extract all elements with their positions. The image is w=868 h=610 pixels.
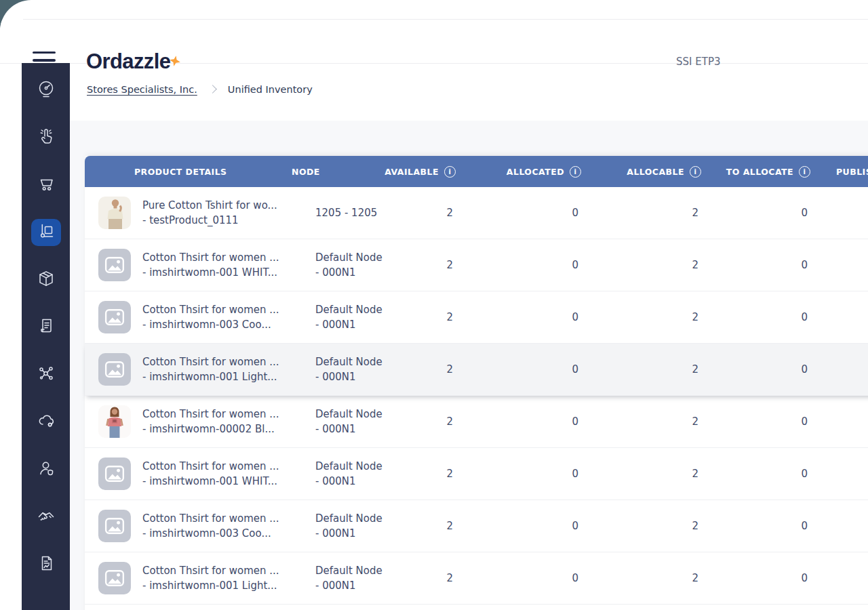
- breadcrumb-chevron-icon: [208, 85, 217, 94]
- node-code: - 000N1: [315, 369, 397, 384]
- available-value: 2: [397, 520, 461, 532]
- product-sku: - imshirtwomn-001 Light...: [142, 578, 309, 593]
- to-allocate-value: 0: [707, 259, 816, 271]
- product-thumbnail: [98, 458, 131, 490]
- sidebar-item-network[interactable]: [31, 361, 61, 388]
- handtruck-icon: [37, 222, 56, 243]
- report-icon: [37, 554, 56, 575]
- node-cell: Default Node - 000N1: [309, 302, 397, 332]
- info-icon[interactable]: i: [444, 166, 456, 178]
- environment-label: SSI ETP3: [676, 56, 720, 68]
- node-code: - 000N1: [315, 474, 397, 489]
- inventory-table: PRODUCT DETAILS NODE AVAILABLEi ALLOCATE…: [85, 156, 868, 610]
- info-icon[interactable]: i: [799, 166, 810, 178]
- available-value: 2: [397, 207, 461, 219]
- column-header-to-allocate: TO ALLOCATEi: [707, 166, 816, 178]
- node-name: Default Node: [315, 459, 397, 474]
- sidebar-item-user-security[interactable]: [31, 456, 61, 483]
- allocable-value: 2: [587, 415, 707, 428]
- node-cell: Default Node - 000N1: [309, 563, 397, 593]
- handshake-icon: [37, 506, 56, 528]
- product-name: Cotton Thsirt for women ...: [142, 354, 309, 369]
- app-logo[interactable]: Ordazzle: [86, 49, 170, 74]
- logo-text: Ordazzle: [86, 49, 170, 73]
- to-allocate-value: 0: [707, 311, 816, 323]
- table-row[interactable]: Cotton Thsirt for women ... - imshirtwom…: [85, 291, 868, 344]
- allocated-value: 0: [461, 520, 587, 532]
- node-name: Default Node: [315, 354, 397, 369]
- table-row[interactable]: Cotton Thsirt for women ... - imshirtwom…: [85, 344, 868, 396]
- product-name: Cotton Thsirt for women ...: [142, 250, 309, 265]
- product-sku: - imshirtwomn-00002 Bl...: [142, 422, 309, 436]
- column-header-node: NODE: [292, 167, 397, 177]
- package-icon: [37, 269, 56, 291]
- node-cell: Default Node - 000N1: [309, 250, 397, 280]
- node-name: Default Node: [315, 511, 397, 526]
- sidebar-item-reports[interactable]: [31, 551, 61, 578]
- logo-sparkle-icon: [170, 47, 180, 72]
- product-name: Cotton Thsirt for women ...: [142, 302, 309, 317]
- product-details-cell: Cotton Thsirt for women ... - imshirtwom…: [142, 511, 309, 541]
- available-value: 2: [397, 415, 461, 428]
- product-sku: - imshirtwomn-001 WHIT...: [142, 265, 309, 280]
- product-thumbnail: [98, 197, 131, 229]
- node-code: - 000N1: [315, 317, 397, 332]
- sidebar-item-inventory[interactable]: [31, 219, 61, 246]
- sidebar-item-tap[interactable]: [31, 124, 61, 151]
- node-name: Default Node: [315, 302, 397, 317]
- allocated-value: 0: [461, 363, 587, 375]
- allocated-value: 0: [461, 311, 587, 323]
- product-name: Cotton Thsirt for women ...: [142, 511, 309, 526]
- node-name: Default Node: [315, 563, 397, 578]
- sidebar-item-cart[interactable]: [31, 171, 61, 199]
- node-cell: Default Node - 000N1: [309, 511, 397, 541]
- info-icon[interactable]: i: [690, 166, 701, 178]
- breadcrumb-root-link[interactable]: Stores Specialists, Inc.: [87, 84, 197, 95]
- sidebar-item-invoice[interactable]: [31, 314, 61, 341]
- sidebar-item-package[interactable]: [31, 266, 61, 293]
- sidebar-item-cloud-settings[interactable]: [31, 409, 61, 436]
- to-allocate-value: 0: [707, 572, 816, 584]
- allocated-value: 0: [461, 468, 587, 480]
- allocated-value: 0: [461, 572, 587, 584]
- cloud-gear-icon: [37, 411, 56, 433]
- table-row[interactable]: Cotton Thsirt for women ... - imshirtwom…: [85, 552, 868, 605]
- product-thumbnail: [98, 510, 131, 542]
- column-header-allocated: ALLOCATEDi: [461, 166, 587, 178]
- to-allocate-value: 0: [707, 363, 816, 375]
- breadcrumb: Stores Specialists, Inc. Unified Invento…: [87, 84, 313, 95]
- to-allocate-value: 0: [707, 468, 816, 480]
- table-row[interactable]: [85, 605, 868, 610]
- node-code: - 000N1: [315, 526, 397, 541]
- allocable-value: 2: [587, 572, 707, 584]
- product-name: Cotton Thsirt for women ...: [142, 407, 309, 422]
- allocable-value: 2: [587, 259, 707, 271]
- product-details-cell: Cotton Thsirt for women ... - imshirtwom…: [142, 302, 309, 332]
- sidebar-item-partners[interactable]: [31, 504, 61, 531]
- table-row[interactable]: Cotton Thsirt for women ... - imshirtwom…: [85, 448, 868, 500]
- allocable-value: 2: [587, 468, 707, 480]
- table-row[interactable]: Cotton Thsirt for women ... - imshirtwom…: [85, 396, 868, 448]
- product-name: Cotton Thsirt for women ...: [142, 563, 309, 578]
- product-thumbnail: [98, 301, 131, 333]
- product-thumbnail: [98, 353, 131, 386]
- info-icon[interactable]: i: [570, 166, 581, 178]
- node-code: - 000N1: [315, 578, 397, 593]
- table-body: Pure Cotton Tshirt for wo... - testProdu…: [85, 187, 868, 610]
- product-sku: - testProduct_0111: [142, 213, 309, 228]
- invoice-icon: [37, 317, 56, 338]
- to-allocate-value: 0: [707, 207, 816, 219]
- allocable-value: 2: [587, 311, 707, 323]
- breadcrumb-current: Unified Inventory: [228, 84, 313, 95]
- available-value: 2: [397, 311, 461, 323]
- table-row[interactable]: Cotton Thsirt for women ... - imshirtwom…: [85, 239, 868, 291]
- table-row[interactable]: Cotton Thsirt for women ... - imshirtwom…: [85, 500, 868, 552]
- table-header-row: PRODUCT DETAILS NODE AVAILABLEi ALLOCATE…: [85, 156, 868, 187]
- table-row[interactable]: Pure Cotton Tshirt for wo... - testProdu…: [85, 187, 868, 239]
- product-details-cell: Cotton Thsirt for women ... - imshirtwom…: [142, 459, 309, 489]
- network-icon: [37, 364, 56, 386]
- product-sku: - imshirtwomn-001 WHIT...: [142, 474, 309, 489]
- column-header-product-details: PRODUCT DETAILS: [134, 167, 309, 177]
- column-header-published: PUBLISHEDi: [816, 166, 868, 178]
- sidebar-item-dashboard[interactable]: [31, 77, 61, 104]
